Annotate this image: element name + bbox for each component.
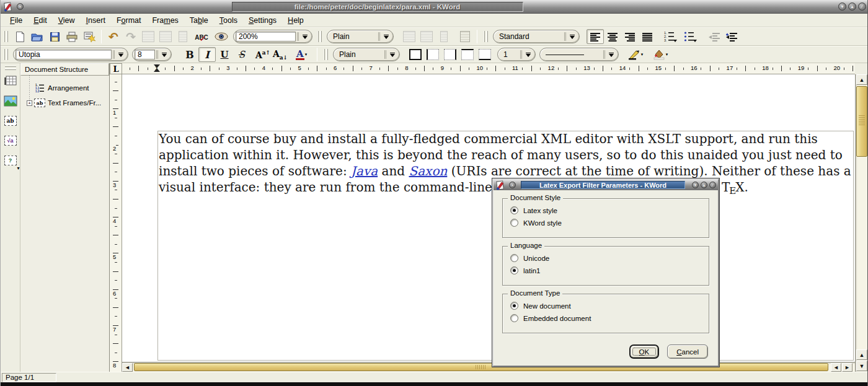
close-button[interactable]: ∕: [858, 2, 866, 11]
subscript-button[interactable]: Aa↓: [272, 47, 289, 62]
scroll-left-button-2[interactable]: ◄: [831, 363, 841, 372]
vertical-ruler[interactable]: 12345678: [110, 74, 122, 372]
dialog-titlebar[interactable]: • Latex Export Filter Parameters - KWord…: [494, 180, 718, 190]
tree-item-arrangement[interactable]: 1. 1.1 1.2 Arrangement: [20, 81, 109, 95]
radio-new-document[interactable]: [510, 302, 518, 310]
option-new-document[interactable]: New document: [510, 302, 709, 310]
vertical-scrollbar-thumb[interactable]: [856, 86, 867, 157]
combo-arrow-icon[interactable]: [606, 50, 616, 59]
align-center-button[interactable]: [604, 29, 621, 44]
radio-latin1[interactable]: [510, 266, 518, 274]
toolbar-grip[interactable]: [4, 49, 5, 60]
print-button[interactable]: [63, 29, 81, 44]
frame-columns-button[interactable]: [456, 29, 474, 44]
document-canvas[interactable]: You can of course buy and install a full…: [122, 74, 855, 362]
document-line[interactable]: application within it. However, this is …: [159, 147, 843, 164]
print-preview-button[interactable]: [81, 29, 98, 44]
update-style-button[interactable]: [418, 29, 435, 44]
menu-file[interactable]: File: [4, 15, 28, 26]
italic-button[interactable]: I: [198, 47, 216, 62]
combo-arrow-icon[interactable]: [388, 50, 397, 59]
horizontal-scrollbar[interactable]: ◄ ◄ ►: [122, 362, 855, 372]
option-latin1[interactable]: latin1: [510, 266, 709, 274]
radio-embedded-document[interactable]: [510, 314, 518, 322]
menu-tools[interactable]: Tools: [214, 15, 243, 26]
insert-table-button[interactable]: [2, 73, 19, 89]
superscript-button[interactable]: Aa↑: [254, 47, 272, 62]
hyperlink[interactable]: Java: [351, 164, 378, 178]
document-line[interactable]: visual interface: they are run from the …: [159, 180, 500, 196]
edit-frame-button[interactable]: [140, 29, 157, 44]
window-titlebar[interactable]: • file:/home/peter/doc/beginlatex/para.x…: [1, 0, 868, 14]
frame-style-combobox[interactable]: Plain: [333, 48, 400, 61]
scroll-up-button[interactable]: ▲: [856, 74, 867, 85]
vertical-scrollbar[interactable]: ▲ ▲ ▼: [855, 74, 867, 372]
scroll-down-button[interactable]: ▼: [856, 361, 867, 371]
option-kword-style[interactable]: KWord style: [510, 219, 709, 227]
menu-frames[interactable]: Frames: [146, 15, 184, 26]
decrease-indent-button[interactable]: [706, 29, 723, 44]
border-outline-button[interactable]: [407, 47, 424, 62]
sticky-button[interactable]: •: [17, 3, 24, 10]
toolbar-grip[interactable]: [4, 31, 5, 42]
expander-plus-icon[interactable]: +: [27, 100, 32, 106]
menu-edit[interactable]: Edit: [28, 15, 53, 26]
hyperlink[interactable]: Saxon: [409, 164, 447, 178]
minimize-button[interactable]: ▾: [838, 2, 846, 11]
font-size-combobox[interactable]: 8: [132, 48, 172, 61]
redo-button[interactable]: ↷: [122, 29, 140, 44]
horizontal-ruler[interactable]: 1234567891011121314151617181920: [122, 63, 855, 74]
menu-insert[interactable]: Insert: [81, 15, 111, 26]
horizontal-scrollbar-thumb[interactable]: [134, 363, 828, 371]
font-family-value[interactable]: Utopia: [16, 50, 112, 59]
menu-table[interactable]: Table: [184, 15, 214, 26]
insert-text-frame-button[interactable]: ab: [2, 113, 19, 129]
border-style-combobox[interactable]: [539, 48, 619, 61]
bullet-list-button[interactable]: [681, 29, 701, 44]
radio-unicode[interactable]: [510, 254, 518, 262]
toolbar-grip[interactable]: [317, 31, 319, 42]
align-left-button[interactable]: [587, 29, 604, 44]
cancel-button[interactable]: Cancel: [667, 344, 708, 359]
font-size-value[interactable]: 8: [135, 50, 155, 59]
zoom-tool-button[interactable]: [211, 29, 231, 44]
underline-button[interactable]: U: [216, 47, 233, 62]
toolbar-grip[interactable]: [5, 66, 16, 67]
save-document-button[interactable]: [46, 29, 63, 44]
combo-arrow-icon[interactable]: [116, 50, 126, 59]
bold-button[interactable]: B: [181, 47, 198, 62]
stylesheet-combobox[interactable]: Standard: [493, 30, 580, 43]
menu-help[interactable]: Help: [282, 15, 309, 26]
align-right-button[interactable]: [621, 29, 639, 44]
radio-kword-style[interactable]: [510, 219, 518, 227]
border-color-button[interactable]: ▾: [623, 47, 648, 62]
insert-formula-button[interactable]: √a: [2, 133, 19, 149]
toolbar-grip[interactable]: [324, 49, 325, 60]
combo-arrow-icon[interactable]: [523, 50, 533, 59]
maximize-button[interactable]: ▴: [848, 2, 856, 11]
scroll-up-button-2[interactable]: ▲: [856, 349, 867, 360]
toolbar-grip[interactable]: [484, 31, 485, 42]
border-left-button[interactable]: [424, 47, 441, 62]
undo-button[interactable]: ↶: [105, 29, 122, 44]
insert-object-button[interactable]: ? ▾: [2, 152, 19, 169]
minimize-button[interactable]: ▾: [692, 182, 699, 188]
document-line[interactable]: You can of course buy and install a full…: [159, 131, 818, 147]
insert-picture-button[interactable]: [2, 93, 19, 109]
zoom-combobox[interactable]: 200%: [233, 30, 312, 43]
combo-arrow-icon[interactable]: [381, 32, 391, 42]
new-document-button[interactable]: [11, 29, 29, 44]
reconnect-frame-button[interactable]: [174, 29, 192, 44]
combo-arrow-icon[interactable]: [300, 32, 310, 42]
tree-item-text-frames[interactable]: + ab Text Frames/Fr...: [20, 95, 109, 110]
align-justify-button[interactable]: [639, 29, 656, 44]
scroll-left-button[interactable]: ◄: [122, 363, 133, 372]
border-right-button[interactable]: [441, 47, 459, 62]
apply-style-button[interactable]: [435, 29, 453, 44]
close-button[interactable]: ∕: [709, 182, 716, 188]
increase-indent-button[interactable]: [723, 29, 740, 44]
option-latex-style[interactable]: Latex style: [510, 206, 709, 214]
delete-frame-button[interactable]: [157, 29, 174, 44]
border-bottom-button[interactable]: [476, 47, 494, 62]
border-top-button[interactable]: [459, 47, 476, 62]
